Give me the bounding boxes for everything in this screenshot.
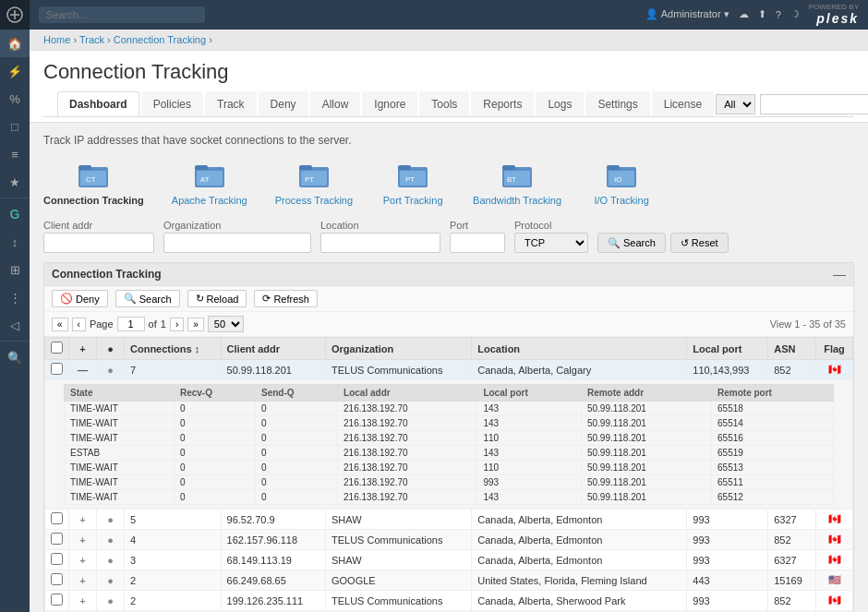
port-tracking-icon[interactable]: PT Port Tracking [380, 158, 445, 206]
tab-settings[interactable]: Settings [585, 91, 649, 116]
refresh-button[interactable]: ⟳ Refresh [254, 290, 318, 307]
sidebar-item-g[interactable]: G [0, 200, 30, 228]
organization-input[interactable] [163, 233, 311, 253]
sidebar-item-percent[interactable]: % [0, 85, 30, 113]
expand-row-1: State Recv-Q Send-Q Local addr Local por… [45, 380, 853, 510]
row-info-cell[interactable]: ● [97, 360, 125, 380]
search-button[interactable]: 🔍 Search [597, 233, 666, 253]
help-icon[interactable]: ? [776, 9, 781, 20]
row-checkbox[interactable] [51, 512, 63, 524]
apache-tracking-icon[interactable]: AT Apache Tracking [172, 158, 247, 206]
local-port-header[interactable]: Local port [687, 338, 768, 360]
per-page-select[interactable]: 50 [208, 316, 244, 332]
moon-icon[interactable]: ☽ [790, 8, 800, 20]
page-of: of [149, 318, 157, 330]
io-tracking-icon[interactable]: IO I/O Tracking [589, 158, 654, 206]
row-1-checkbox[interactable] [51, 363, 63, 375]
sidebar-item-home[interactable]: 🏠 [0, 30, 30, 57]
prev-page-button[interactable]: ‹ [72, 318, 86, 331]
svg-rect-2 [78, 165, 91, 170]
table-row: + ● 3 68.149.113.19 SHAW Canada, Alberta… [45, 550, 853, 570]
section-minimize-button[interactable]: — [833, 267, 846, 282]
row-checkbox[interactable] [51, 533, 63, 545]
row-checkbox[interactable] [51, 594, 63, 606]
tab-ignore[interactable]: Ignore [362, 91, 417, 116]
row-connections: 2 [125, 570, 222, 591]
folder-process-icon: PT [297, 158, 331, 191]
row-minus-cell[interactable]: — [69, 360, 97, 380]
sidebar-item-menu[interactable]: ≡ [0, 140, 30, 168]
select-all-header [45, 338, 69, 360]
expand-icon: + [79, 595, 85, 606]
row-location: Canada, Alberta, Edmonton [472, 530, 687, 550]
sidebar-item-back[interactable]: ◁ [0, 311, 30, 339]
plesk-branding: POWERED BY plesk [809, 3, 859, 27]
port-input[interactable] [450, 233, 505, 253]
sidebar-item-grid[interactable]: ⊞ [0, 256, 30, 283]
svg-text:IO: IO [614, 175, 621, 184]
row-connections: 5 [125, 510, 222, 530]
organization-header[interactable]: Organization [325, 338, 471, 360]
connection-tracking-section: Connection Tracking — 🚫 Deny 🔍 Search [43, 262, 854, 612]
tab-dashboard[interactable]: Dashboard [57, 91, 139, 116]
asn-header[interactable]: ASN [768, 338, 816, 360]
section-toolbar: 🚫 Deny 🔍 Search ↻ Reload ⟳ Refresh [44, 286, 853, 312]
select-all-checkbox[interactable] [51, 342, 63, 354]
sidebar-item-search[interactable]: 🔍 [0, 343, 30, 371]
breadcrumb-connection-tracking[interactable]: Connection Tracking [114, 34, 206, 45]
cloud-upload-icon[interactable]: ☁ [739, 8, 749, 20]
search-input[interactable] [39, 6, 205, 23]
sidebar-item-updown[interactable]: ↕ [0, 228, 30, 256]
page-input[interactable] [117, 317, 145, 331]
expand-sub-row: TIME-WAIT00216.138.192.7011050.99.118.20… [65, 461, 834, 475]
tab-deny[interactable]: Deny [259, 91, 308, 116]
info-btn-cell[interactable]: ● [97, 510, 125, 530]
row-organization: TELUS Communications [325, 360, 471, 380]
reload-button[interactable]: ↻ Reload [187, 290, 247, 307]
protocol-select[interactable]: TCP UDP All [514, 233, 588, 253]
sidebar-item-power[interactable]: ⚡ [0, 57, 30, 85]
last-page-button[interactable]: » [187, 318, 204, 331]
deny-button[interactable]: 🚫 Deny [52, 290, 108, 307]
expand-sub-row: TIME-WAIT00216.138.192.7014350.99.118.20… [65, 416, 834, 431]
next-page-button[interactable]: › [170, 318, 184, 331]
content-area: Track IP addresses that have socket conn… [30, 123, 868, 612]
process-tracking-icon[interactable]: PT Process Tracking [275, 158, 353, 206]
protocol-label: Protocol [514, 220, 588, 231]
client-addr-input[interactable] [43, 233, 154, 253]
client-addr-header[interactable]: Client addr [221, 338, 325, 360]
sidebar-item-star[interactable]: ★ [0, 168, 30, 196]
breadcrumb-track[interactable]: Track [79, 34, 104, 45]
expand-icon: + [79, 534, 85, 546]
page-title: Connection Tracking [43, 60, 854, 84]
breadcrumb-home[interactable]: Home [43, 34, 70, 45]
tab-policies[interactable]: Policies [141, 91, 203, 116]
user-icon[interactable]: 👤 Administrator ▾ [645, 8, 729, 20]
sidebar-item-box[interactable]: □ [0, 113, 30, 140]
first-page-button[interactable]: « [52, 318, 68, 331]
tab-tools[interactable]: Tools [419, 91, 469, 116]
table-body: — ● 7 50.99.118.201 TELUS Communications… [45, 360, 853, 613]
tab-allow[interactable]: Allow [310, 91, 361, 116]
tab-reports[interactable]: Reports [471, 91, 534, 116]
search-toolbar-button[interactable]: 🔍 Search [115, 290, 180, 307]
location-input[interactable] [320, 233, 440, 253]
row-checkbox[interactable] [51, 573, 63, 585]
bandwidth-tracking-icon[interactable]: BT Bandwidth Tracking [473, 158, 561, 206]
row-checkbox[interactable] [51, 553, 63, 565]
reset-button[interactable]: ↺ Reset [670, 233, 729, 253]
sidebar-item-dots[interactable]: ⋮ [0, 283, 30, 311]
expand-remote-addr-header: Remote addr [581, 385, 711, 402]
tab-track[interactable]: Track [205, 91, 257, 116]
tab-logs[interactable]: Logs [536, 91, 584, 116]
filter-input[interactable] [760, 94, 868, 114]
expand-btn-cell[interactable]: + [69, 510, 97, 530]
cloud-icon[interactable]: ⬆ [758, 8, 766, 20]
row-organization: GOOGLE [325, 570, 471, 591]
tab-license[interactable]: License [652, 91, 714, 116]
client-addr-field: Client addr [43, 220, 154, 253]
connection-tracking-icon[interactable]: CT Connection Tracking [43, 158, 144, 206]
connections-header[interactable]: Connections ↕ [125, 338, 222, 360]
filter-select[interactable]: All [716, 94, 755, 114]
location-header[interactable]: Location [472, 338, 687, 360]
